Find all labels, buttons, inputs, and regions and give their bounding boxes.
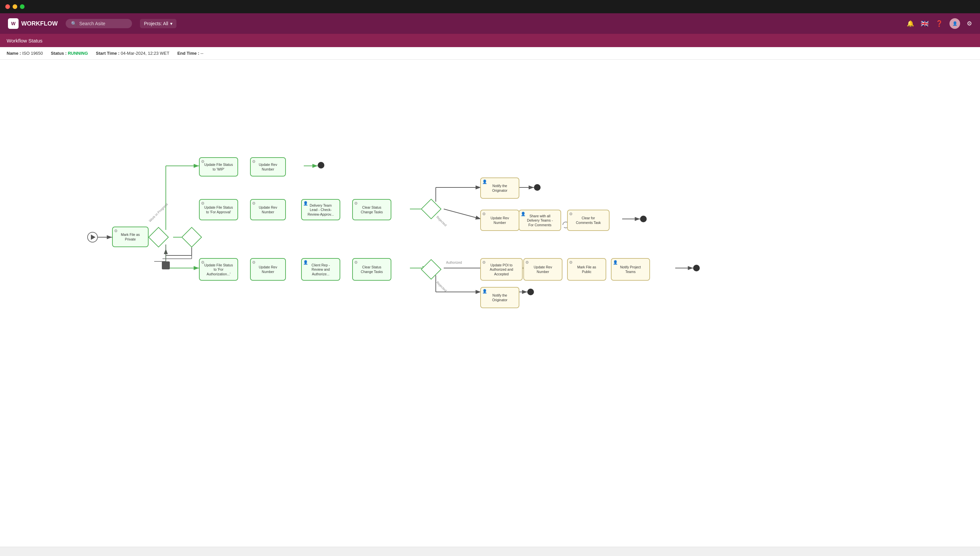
- update-file-for-approval-node[interactable]: ⚙ Update File Status to 'For Approval': [199, 199, 238, 220]
- update-poi-node[interactable]: ⚙ Update POI to Authorized and Accepted: [480, 258, 523, 281]
- svg-rect-44: [640, 216, 647, 222]
- clear-status-change-1-node[interactable]: ⚙ Clear Status Change Tasks: [352, 199, 391, 220]
- minimize-button[interactable]: [13, 4, 17, 9]
- node-label: Clear Status Change Tasks: [361, 205, 383, 214]
- node-label: Notify the Originator: [492, 293, 507, 302]
- chevron-down-icon: ▾: [170, 21, 173, 26]
- node-label: Update POI to Authorized and Accepted: [490, 263, 513, 277]
- node-label: Client Rep - Review and Authorize...: [312, 263, 329, 277]
- user-icon: 👤: [613, 260, 618, 265]
- user-avatar[interactable]: 👤: [949, 18, 960, 29]
- app-logo: W WORKFLOW: [8, 18, 58, 29]
- gear-icon: ⚙: [252, 260, 256, 265]
- node-label: Update Rev Number: [259, 163, 277, 171]
- status-badge: RUNNING: [68, 51, 88, 56]
- user-icon: 👤: [482, 289, 487, 294]
- play-icon: [91, 234, 95, 240]
- workflow-status-bar: Workflow Status: [0, 34, 980, 47]
- node-label: Update Rev Number: [491, 216, 509, 225]
- delivery-team-lead-node[interactable]: 👤 Delivery Team Lead - Check- Review-App…: [301, 199, 340, 220]
- node-label: Clear for Comments Task: [576, 216, 601, 225]
- user-icon: 👤: [482, 179, 487, 184]
- user-icon: 👤: [303, 260, 308, 265]
- start-time-field: Start Time : 04-Mar-2024, 12:23 WET: [96, 51, 170, 56]
- gear-icon: ⚙: [482, 260, 486, 265]
- settings-icon[interactable]: ⚙: [967, 20, 972, 27]
- search-placeholder: Search Asite: [79, 21, 105, 26]
- update-rev-number-1-node[interactable]: ⚙ Update Rev Number: [250, 157, 286, 176]
- name-label: Name : ISO 19650: [6, 51, 43, 56]
- svg-rect-45: [693, 265, 700, 272]
- node-label: Update File Status to 'For Approval': [204, 205, 233, 214]
- notify-originator-2-node[interactable]: 👤 Notify the Originator: [480, 287, 519, 308]
- update-rev-number-5-node[interactable]: ⚙ Update Rev Number: [523, 258, 562, 281]
- gear-icon: ⚙: [569, 212, 573, 216]
- clear-for-comments-node[interactable]: ⚙ Clear for Comments Task: [567, 210, 610, 231]
- svg-rect-41: [162, 262, 170, 269]
- search-bar[interactable]: 🔍 Search Asite: [66, 19, 132, 28]
- share-with-delivery-node[interactable]: 👤 Share with all Delivery Teams - For Co…: [519, 210, 561, 231]
- gear-icon: ⚙: [354, 260, 358, 265]
- node-label: Clear Status Change Tasks: [361, 265, 383, 274]
- help-icon[interactable]: ❓: [936, 20, 943, 27]
- app-name: WORKFLOW: [21, 20, 58, 27]
- nav-bar: W WORKFLOW 🔍 Search Asite Projects: All …: [0, 13, 980, 34]
- update-rev-number-4-node[interactable]: ⚙ Update Rev Number: [250, 258, 286, 281]
- user-icon: 👤: [303, 201, 308, 206]
- gear-icon: ⚙: [569, 260, 573, 265]
- notification-icon[interactable]: 🔔: [907, 20, 914, 27]
- node-label: Update File Status to 'For Authorization…: [204, 263, 233, 277]
- logo-icon: W: [8, 18, 19, 29]
- node-label: Share with all Delivery Teams - For Comm…: [527, 214, 553, 228]
- svg-rect-42: [318, 162, 325, 168]
- gear-icon: ⚙: [201, 159, 205, 164]
- svg-rect-46: [527, 289, 534, 295]
- maximize-button[interactable]: [20, 4, 24, 9]
- svg-line-17: [444, 209, 481, 219]
- node-label: Delivery Team Lead - Check- Review-Appro…: [307, 204, 334, 217]
- node-label: Notify the Originator: [492, 184, 507, 193]
- workflow-bar-title: Workflow Status: [6, 38, 42, 44]
- update-file-for-auth-node[interactable]: ⚙ Update File Status to 'For Authorizati…: [199, 258, 238, 281]
- gear-icon: ⚙: [252, 159, 256, 164]
- update-rev-number-3-node[interactable]: ⚙ Update Rev Number: [480, 210, 519, 231]
- close-button[interactable]: [5, 4, 10, 9]
- status-bar: [0, 547, 980, 556]
- user-icon: 👤: [521, 212, 526, 216]
- gear-icon: ⚙: [114, 229, 118, 233]
- mark-file-private-node[interactable]: ⚙ Mark File as Private: [112, 226, 149, 247]
- node-label: Mark File as Private: [121, 233, 140, 241]
- node-label: Mark File as Public: [577, 265, 596, 274]
- svg-text:Authorized: Authorized: [446, 261, 462, 264]
- client-rep-review-node[interactable]: 👤 Client Rep - Review and Authorize...: [301, 258, 340, 281]
- workflow-canvas: Work in Progress Authorized Rejected Rej…: [0, 60, 980, 556]
- notify-project-teams-node[interactable]: 👤 Notify Project Teams: [611, 258, 650, 281]
- gear-icon: ⚙: [525, 260, 529, 265]
- start-event: [87, 232, 98, 242]
- projects-selector[interactable]: Projects: All ▾: [140, 19, 176, 28]
- update-file-wip-node[interactable]: ⚙ Update File Status to 'WIP': [199, 157, 238, 176]
- node-label: Update Rev Number: [259, 205, 277, 214]
- nav-right: 🔔 🇬🇧 ❓ 👤 ⚙: [907, 18, 972, 29]
- language-flag-icon[interactable]: 🇬🇧: [921, 19, 929, 27]
- node-label: Update Rev Number: [259, 265, 277, 274]
- update-rev-number-2-node[interactable]: ⚙ Update Rev Number: [250, 199, 286, 220]
- projects-label: Projects: All: [144, 21, 168, 26]
- gear-icon: ⚙: [354, 201, 358, 206]
- node-label: Update File Status to 'WIP': [204, 163, 233, 171]
- gear-icon: ⚙: [482, 212, 486, 216]
- gear-icon: ⚙: [252, 201, 256, 206]
- svg-text:Rejected: Rejected: [436, 215, 448, 227]
- clear-status-change-2-node[interactable]: ⚙ Clear Status Change Tasks: [352, 258, 391, 281]
- gear-icon: ⚙: [201, 201, 205, 206]
- svg-rect-43: [534, 184, 541, 191]
- notify-originator-1-node[interactable]: 👤 Notify the Originator: [480, 178, 519, 199]
- node-label: Update Rev Number: [534, 265, 552, 274]
- search-icon: 🔍: [71, 21, 77, 26]
- status-field: Status : RUNNING: [51, 51, 88, 56]
- mark-file-public-node[interactable]: ⚙ Mark File as Public: [567, 258, 606, 281]
- end-time-field: End Time : --: [178, 51, 203, 56]
- svg-text:Rejected: Rejected: [436, 281, 448, 293]
- node-label: Notify Project Teams: [620, 265, 641, 274]
- gear-icon: ⚙: [201, 260, 205, 265]
